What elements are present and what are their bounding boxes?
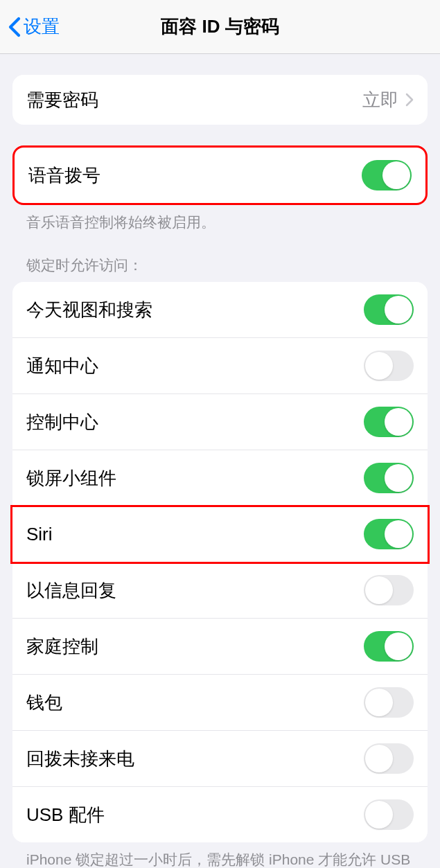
lock-access-toggle[interactable] <box>364 519 414 549</box>
lock-access-cell: 家庭控制 <box>12 619 428 675</box>
chevron-right-icon <box>405 93 414 107</box>
chevron-left-icon <box>8 17 21 37</box>
lock-access-toggle[interactable] <box>364 463 414 493</box>
back-button[interactable]: 设置 <box>8 15 60 39</box>
lock-access-toggle[interactable] <box>364 687 414 718</box>
voice-dial-toggle[interactable] <box>362 160 412 191</box>
lock-access-item-label: 回拨未接来电 <box>26 747 134 771</box>
lock-access-toggle[interactable] <box>364 799 414 830</box>
lock-access-item-label: 家庭控制 <box>26 635 98 659</box>
lock-access-cell: 今天视图和搜索 <box>12 282 428 338</box>
lock-access-toggle[interactable] <box>364 407 414 437</box>
require-passcode-group: 需要密码 立即 <box>12 75 428 125</box>
lock-access-toggle[interactable] <box>364 351 414 381</box>
lock-access-cell: 回拨未接来电 <box>12 731 428 787</box>
lock-access-item-label: 以信息回复 <box>26 578 116 603</box>
require-passcode-label: 需要密码 <box>26 88 98 112</box>
lock-access-cell: USB 配件 <box>12 787 428 842</box>
lock-access-toggle[interactable] <box>364 294 414 325</box>
lock-access-header: 锁定时允许访问： <box>12 256 428 282</box>
lock-access-group: 今天视图和搜索通知中心控制中心锁屏小组件Siri以信息回复家庭控制钱包回拨未接来… <box>12 282 428 842</box>
lock-access-item-label: USB 配件 <box>26 803 105 827</box>
voice-dial-group: 语音拨号 <box>12 145 428 205</box>
lock-access-item-label: 控制中心 <box>26 410 98 434</box>
lock-access-item-label: 锁屏小组件 <box>26 466 116 490</box>
lock-access-footer: iPhone 锁定超过一小时后，需先解锁 iPhone 才能允许 USB 配件连… <box>12 842 428 868</box>
voice-dial-label: 语音拨号 <box>28 163 100 188</box>
back-label: 设置 <box>24 15 60 39</box>
voice-dial-cell: 语音拨号 <box>15 148 425 203</box>
lock-access-toggle[interactable] <box>364 631 414 662</box>
voice-dial-footer: 音乐语音控制将始终被启用。 <box>12 205 428 232</box>
lock-access-item-label: Siri <box>26 524 53 545</box>
lock-access-toggle[interactable] <box>364 743 414 774</box>
lock-access-item-label: 通知中心 <box>26 354 98 378</box>
lock-access-item-label: 钱包 <box>26 691 62 715</box>
lock-access-cell: 以信息回复 <box>12 563 428 619</box>
require-passcode-cell[interactable]: 需要密码 立即 <box>12 75 428 125</box>
require-passcode-value: 立即 <box>362 88 414 112</box>
lock-access-cell: 通知中心 <box>12 338 428 394</box>
lock-access-cell: Siri <box>12 506 428 563</box>
page-title: 面容 ID 与密码 <box>161 15 279 39</box>
lock-access-toggle[interactable] <box>364 575 414 605</box>
nav-header: 设置 面容 ID 与密码 <box>0 0 440 54</box>
lock-access-item-label: 今天视图和搜索 <box>26 298 152 322</box>
lock-access-cell: 控制中心 <box>12 394 428 450</box>
lock-access-cell: 锁屏小组件 <box>12 450 428 506</box>
lock-access-cell: 钱包 <box>12 675 428 731</box>
